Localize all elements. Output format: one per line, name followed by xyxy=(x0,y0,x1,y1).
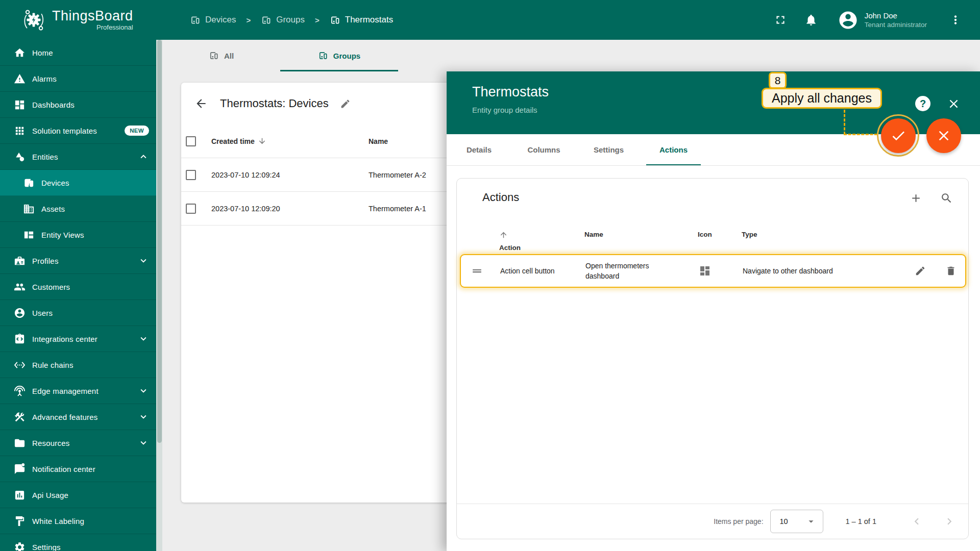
scrollbar-thumb[interactable] xyxy=(157,40,162,443)
delete-trash-icon[interactable] xyxy=(945,265,957,277)
thingsboard-app: ThingsBoard Professional Devices > xyxy=(0,0,980,551)
help-button[interactable]: ? xyxy=(915,96,930,111)
back-arrow-icon[interactable] xyxy=(194,97,208,110)
sidebar-item-label: Settings xyxy=(32,543,61,551)
devices-icon xyxy=(318,51,328,61)
cell-created-time: 2023-07-10 12:09:24 xyxy=(211,171,280,179)
select-all-checkbox[interactable] xyxy=(186,136,196,146)
tab-settings[interactable]: Settings xyxy=(576,134,641,165)
devices-icon xyxy=(330,15,340,26)
next-page-icon[interactable] xyxy=(943,515,956,528)
cell-action-name: Open thermometers dashboard xyxy=(585,261,675,281)
annotation-label: Apply all changes xyxy=(762,88,882,109)
sidebar-item-label: Notification center xyxy=(32,465,95,473)
sidebar-item-dashboards[interactable]: Dashboards xyxy=(0,92,156,118)
entity-view-tabbar: All Groups xyxy=(162,40,398,71)
sidebar-item-resources[interactable]: Resources xyxy=(0,430,156,456)
sidebar-item-home[interactable]: Home xyxy=(0,40,156,66)
sidebar-item-advanced-features[interactable]: Advanced features xyxy=(0,404,156,430)
column-created-time[interactable]: Created time xyxy=(211,137,266,145)
sidebar-item-entity-views[interactable]: Entity Views xyxy=(0,222,156,248)
bell-icon xyxy=(804,13,818,27)
sidebar-item-notification-center[interactable]: Notification center xyxy=(0,456,156,482)
sidebar-item-users[interactable]: Users xyxy=(0,300,156,326)
cell-action-source: Action cell button xyxy=(500,267,555,275)
column-action-source[interactable]: Action source xyxy=(499,231,508,239)
annotation-connector-vertical xyxy=(844,110,845,135)
brand-name: ThingsBoard xyxy=(52,9,133,23)
sidebar-item-alarms[interactable]: Alarms xyxy=(0,66,156,92)
column-name[interactable]: Name xyxy=(584,231,603,238)
action-row-highlighted[interactable]: Action cell button Open thermometers das… xyxy=(460,254,966,288)
sidebar-item-settings[interactable]: Settings xyxy=(0,534,156,551)
search-icon[interactable] xyxy=(940,192,953,205)
sidebar-item-label: Resources xyxy=(32,439,70,447)
notifications-button[interactable] xyxy=(796,13,826,27)
sidebar-item-solution-templates[interactable]: Solution templates NEW xyxy=(0,118,156,144)
apply-changes-button[interactable] xyxy=(881,118,916,153)
account-circle-icon xyxy=(14,307,26,319)
breadcrumb: Devices > Groups > Thermostats xyxy=(190,15,393,26)
user-menu[interactable]: John Doe Tenant administrator xyxy=(865,11,927,30)
chevron-down-icon xyxy=(138,333,149,344)
tab-label: Groups xyxy=(333,52,360,60)
tab-details[interactable]: Details xyxy=(447,134,511,165)
add-action-icon[interactable] xyxy=(910,192,922,205)
view-quilt-icon xyxy=(23,229,35,241)
actions-card: Actions Action source Name Icon Type Act… xyxy=(456,178,969,539)
row-checkbox[interactable] xyxy=(186,204,196,214)
sidebar-item-label: White Labeling xyxy=(32,517,84,525)
edit-pencil-icon[interactable] xyxy=(915,265,926,277)
discard-changes-button[interactable] xyxy=(926,118,961,153)
sidebar-item-rule-chains[interactable]: Rule chains xyxy=(0,352,156,378)
tab-actions[interactable]: Actions xyxy=(641,134,706,165)
cell-name: Thermometer A-1 xyxy=(369,205,426,213)
row-checkbox[interactable] xyxy=(186,170,196,180)
tab-columns[interactable]: Columns xyxy=(511,134,576,165)
sidebar-item-assets[interactable]: Assets xyxy=(0,196,156,222)
sidebar-item-devices[interactable]: Devices xyxy=(0,170,156,196)
chat-unread-icon xyxy=(14,463,26,475)
warning-icon xyxy=(14,73,26,85)
user-role: Tenant administrator xyxy=(865,20,927,30)
sidebar-item-entities[interactable]: Entities xyxy=(0,144,156,170)
drag-handle-icon[interactable] xyxy=(471,265,483,278)
pagination-range: 1 – 1 of 1 xyxy=(846,517,876,525)
breadcrumb-thermostats[interactable]: Thermostats xyxy=(330,15,393,26)
sidebar-item-api-usage[interactable]: Api Usage xyxy=(0,482,156,508)
caret-down-icon xyxy=(805,516,817,527)
domain-icon xyxy=(23,203,35,215)
column-name[interactable]: Name xyxy=(369,137,388,145)
sidebar-item-customers[interactable]: Customers xyxy=(0,274,156,300)
sidebar-item-white-labeling[interactable]: White Labeling xyxy=(0,508,156,534)
breadcrumb-label: Thermostats xyxy=(345,15,393,25)
edit-pencil-icon[interactable] xyxy=(340,98,351,109)
home-icon xyxy=(14,47,26,59)
sort-asc-icon xyxy=(499,231,508,239)
close-icon[interactable] xyxy=(947,97,961,111)
devices-icon xyxy=(190,15,201,26)
sidebar-item-label: Alarms xyxy=(32,74,57,83)
breadcrumb-groups[interactable]: Groups xyxy=(261,15,305,26)
items-per-page-label: Items per page: xyxy=(714,517,763,525)
previous-page-icon[interactable] xyxy=(910,515,923,528)
chevron-down-icon xyxy=(138,255,149,266)
breadcrumb-devices[interactable]: Devices xyxy=(190,15,236,26)
sidebar-item-edge-management[interactable]: Edge management xyxy=(0,378,156,404)
brand-logo[interactable]: ThingsBoard Professional xyxy=(0,0,156,40)
avatar[interactable] xyxy=(838,10,859,31)
fullscreen-button[interactable] xyxy=(765,13,796,27)
sidebar-item-label: Solution templates xyxy=(32,127,97,135)
sidebar-item-integrations-center[interactable]: Integrations center xyxy=(0,326,156,352)
column-icon[interactable]: Icon xyxy=(698,231,712,238)
category-icon xyxy=(14,151,26,163)
tab-groups[interactable]: Groups xyxy=(280,40,398,71)
tab-all[interactable]: All xyxy=(162,40,280,71)
sidebar-item-profiles[interactable]: Profiles xyxy=(0,248,156,274)
user-name: John Doe xyxy=(865,11,927,20)
items-per-page-select[interactable]: 10 xyxy=(770,510,823,533)
more-menu-button[interactable] xyxy=(940,13,971,27)
sidebar-scrollbar[interactable] xyxy=(156,40,162,551)
column-type[interactable]: Type xyxy=(742,231,757,238)
sidebar-item-label: Rule chains xyxy=(32,361,74,369)
